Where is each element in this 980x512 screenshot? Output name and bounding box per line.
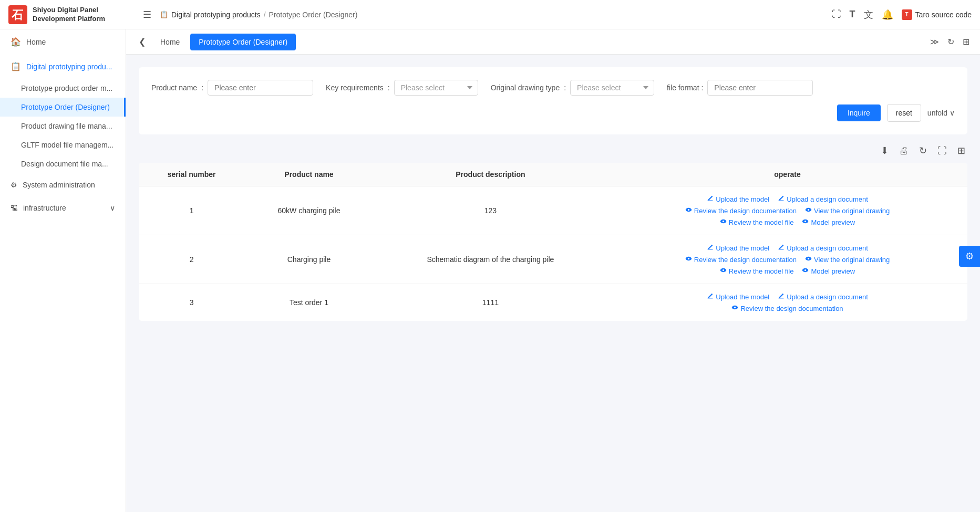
filter-file-format: file format :	[667, 80, 813, 96]
upload-model-2[interactable]: Upload the model	[707, 244, 769, 252]
main-layout: 🏠 Home 📋 Digital prototyping produ... Pr…	[0, 29, 980, 512]
digital-proto-icon: 📋	[11, 61, 21, 71]
svg-point-15	[723, 269, 724, 271]
sidebar-label-proto-order-d: Prototype Order (Designer)	[21, 103, 110, 111]
view-original-2-label: View the original drawing	[814, 256, 890, 264]
review-design-3-label: Review the design documentation	[740, 305, 843, 312]
settings-float-button[interactable]: ⚙	[959, 246, 980, 267]
sidebar-item-gltf-model[interactable]: GLTF model file managem...	[0, 135, 126, 154]
file-format-input[interactable]	[707, 80, 813, 96]
review-design-3[interactable]: Review the design documentation	[731, 304, 843, 312]
column-settings-button[interactable]: ⊞	[955, 143, 967, 159]
upload-design-1-icon	[778, 195, 785, 203]
svg-point-19	[734, 307, 736, 308]
review-model-1[interactable]: Review the model file	[720, 218, 794, 226]
logo-area: 石 Shiyou Digital Panel Development Platf…	[8, 5, 135, 24]
sidebar-label-design-doc: Design document file ma...	[21, 160, 108, 168]
sidebar-label-infrastructure: infrastructure	[23, 204, 66, 212]
svg-point-5	[808, 209, 809, 211]
model-preview-2-label: Model preview	[811, 267, 855, 275]
operate-row: Upload the modelUpload a design document	[707, 292, 868, 301]
sidebar-item-system-admin[interactable]: ⚙ System administration	[0, 173, 126, 196]
tab-refresh-icon[interactable]: ↻	[945, 35, 956, 49]
upload-model-3-label: Upload the model	[716, 293, 769, 301]
review-design-1[interactable]: Review the design documentation	[685, 206, 797, 215]
breadcrumb: 📋 Digital prototyping products / Prototy…	[160, 11, 832, 19]
sidebar-item-home[interactable]: 🏠 Home	[0, 29, 126, 54]
tab-more-icon[interactable]: ≫	[928, 35, 941, 49]
tab-grid-icon[interactable]: ⊞	[961, 35, 972, 49]
upload-design-2[interactable]: Upload a design document	[778, 244, 868, 252]
logo-icon: 石	[8, 5, 27, 24]
col-header-serial: serial number	[139, 163, 244, 186]
menu-icon[interactable]: ☰	[143, 9, 151, 20]
taro-label[interactable]: T Taro source code	[902, 9, 972, 20]
breadcrumb-link[interactable]: Digital prototyping products	[171, 11, 261, 19]
bell-icon[interactable]: 🔔	[882, 9, 893, 20]
sidebar-label-system-admin: System administration	[23, 181, 95, 189]
table-row: 2Charging pileSchematic diagram of the c…	[139, 235, 967, 284]
key-requirements-select[interactable]: Please select	[394, 80, 478, 96]
upload-model-1-icon	[707, 195, 714, 203]
sidebar-item-proto-order-m[interactable]: Prototype product order m...	[0, 79, 126, 98]
reset-button[interactable]: reset	[887, 104, 921, 122]
breadcrumb-doc-icon: 📋	[160, 11, 168, 18]
download-button[interactable]: ⬇	[879, 143, 891, 159]
unfold-button[interactable]: unfold ∨	[927, 109, 955, 117]
review-design-2[interactable]: Review the design documentation	[685, 255, 797, 264]
svg-point-7	[723, 221, 724, 222]
filter-actions: Inquire reset unfold ∨	[151, 104, 955, 122]
col-header-operate: operate	[607, 163, 967, 186]
view-original-2[interactable]: View the original drawing	[805, 255, 890, 264]
tab-home[interactable]: Home	[152, 34, 188, 50]
sidebar-item-product-drawing[interactable]: Product drawing file mana...	[0, 117, 126, 135]
upload-model-3[interactable]: Upload the model	[707, 292, 769, 301]
table-row: 160kW charging pile123Upload the modelUp…	[139, 186, 967, 235]
translate-icon[interactable]: 文	[864, 8, 873, 21]
sidebar-item-infrastructure[interactable]: 🏗 infrastructure ∨	[0, 196, 126, 220]
tab-bar-collapse-btn[interactable]: ❮	[135, 35, 150, 49]
tab-prototype-order-designer[interactable]: Prototype Order (Designer)	[190, 34, 296, 50]
font-icon[interactable]: T	[850, 9, 855, 20]
filter-key-requirements: Key requirements : Please select	[326, 80, 478, 96]
inquire-button[interactable]: Inquire	[837, 105, 881, 121]
header-actions: ⛶ T 文 🔔 T Taro source code	[832, 8, 972, 21]
taro-logo-icon: T	[902, 9, 912, 20]
sidebar-item-digital-proto[interactable]: 📋 Digital prototyping produ...	[0, 54, 126, 79]
sidebar-label-product-drawing: Product drawing file mana...	[21, 122, 112, 130]
cell-serial: 3	[139, 284, 244, 321]
model-preview-2[interactable]: Model preview	[802, 267, 855, 275]
operate-cell: Upload the modelUpload a design document…	[616, 292, 959, 312]
svg-point-3	[688, 209, 689, 211]
operate-row: Review the design documentationView the …	[685, 255, 890, 264]
fullscreen-table-button[interactable]: ⛶	[935, 143, 949, 159]
fullscreen-icon[interactable]: ⛶	[832, 9, 841, 20]
upload-design-2-icon	[778, 244, 785, 252]
product-name-input[interactable]	[208, 80, 313, 96]
review-model-1-label: Review the model file	[729, 218, 794, 226]
operate-row: Review the model fileModel preview	[720, 218, 855, 226]
col-header-product-name: Product name	[244, 163, 374, 186]
print-button[interactable]: 🖨	[897, 143, 911, 159]
filter-row: Product name : Key requirements : Please…	[151, 80, 955, 96]
sidebar-item-design-doc[interactable]: Design document file ma...	[0, 154, 126, 173]
content-area: ❮ Home Prototype Order (Designer) ≫ ↻ ⊞ …	[126, 29, 980, 512]
operate-row: Review the design documentation	[731, 304, 843, 312]
original-drawing-type-select[interactable]: Please select	[570, 80, 654, 96]
upload-design-1[interactable]: Upload a design document	[778, 195, 868, 203]
refresh-button[interactable]: ↻	[917, 143, 929, 159]
cell-product-name: 60kW charging pile	[244, 186, 374, 235]
model-preview-1[interactable]: Model preview	[802, 218, 855, 226]
upload-design-3[interactable]: Upload a design document	[778, 292, 868, 301]
review-design-1-label: Review the design documentation	[694, 207, 797, 215]
upload-model-1[interactable]: Upload the model	[707, 195, 769, 203]
view-original-1[interactable]: View the original drawing	[805, 206, 890, 215]
table-row: 3Test order 11111Upload the modelUpload …	[139, 284, 967, 321]
svg-point-13	[808, 258, 809, 259]
file-format-label: file format :	[667, 83, 703, 92]
model-preview-2-icon	[802, 267, 809, 275]
review-model-2[interactable]: Review the model file	[720, 267, 794, 275]
sidebar-item-proto-order-d[interactable]: Prototype Order (Designer)	[0, 98, 126, 117]
filter-product-name: Product name :	[151, 80, 313, 96]
sidebar: 🏠 Home 📋 Digital prototyping produ... Pr…	[0, 29, 126, 512]
